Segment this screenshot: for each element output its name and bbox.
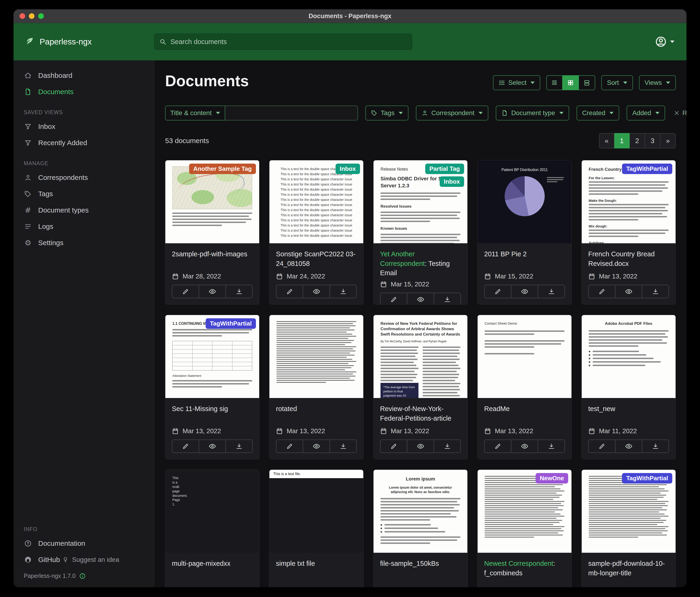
pagination-page-1[interactable]: 1 [614,133,630,148]
document-thumbnail[interactable]: Inbox This is a test for the double spac… [270,160,363,243]
brand[interactable]: Paperless-ngx [24,37,154,47]
document-card[interactable]: Inbox This is a test for the double spac… [269,160,364,305]
info-circle-icon[interactable] [79,573,86,579]
document-thumbnail[interactable] [270,315,363,398]
title-content-dropdown-button[interactable]: Title & content [165,105,225,120]
document-card[interactable]: Review of New York Federal Petitions for… [373,315,468,459]
document-title[interactable]: rotated [276,404,357,414]
edit-document-button[interactable] [380,293,407,305]
sidebar-item-documentation[interactable]: Documentation [14,535,96,552]
sidebar-item-logs[interactable]: Logs [14,218,154,235]
sidebar-item-document-types[interactable]: # Document types [14,202,154,218]
document-title[interactable]: Review-of-New-York-Federal-Petitions-art… [380,404,461,423]
view-document-button[interactable] [199,285,226,298]
download-document-button[interactable] [538,285,565,298]
edit-document-button[interactable] [172,439,199,453]
views-button[interactable]: Views [639,75,676,90]
document-title[interactable]: Yet Another Correspondent: Testing Email [380,249,461,278]
download-document-button[interactable] [330,439,357,453]
document-card[interactable]: TagWithPartial 1.1 CONTINUING MEDICAL ED… [165,315,259,459]
document-card[interactable]: Patient BP Distribution 2011 2011 BP Pie… [477,160,572,305]
document-card[interactable]: Contact Sheet Demo ReadMe Mar 13, 2022 [477,315,572,459]
view-grid-button[interactable] [562,75,579,90]
document-title[interactable]: Newest Correspondent: f_combineds [484,559,565,578]
tag-chip[interactable]: TagWithPartial [206,318,256,329]
sidebar-item-settings[interactable]: ⚙ Settings [14,235,154,251]
document-title[interactable]: 2sample-pdf-with-images [172,249,253,259]
document-card[interactable]: TagWithPartial French Country BreadFor t… [581,160,676,305]
document-thumbnail[interactable]: TagWithPartial [582,470,676,553]
view-document-button[interactable] [303,285,330,298]
view-document-button[interactable] [303,439,330,453]
view-cards-button[interactable] [579,75,595,90]
document-correspondent-link[interactable]: Yet Another Correspondent [380,250,425,267]
document-thumbnail[interactable]: Lorem ipsumLorem ipsum dolor sit amet, c… [374,470,467,553]
close-button[interactable] [20,13,25,19]
document-thumbnail[interactable]: Contact Sheet Demo [478,315,572,398]
document-card[interactable]: NewOne Newest Correspondent: f_combineds [477,470,572,587]
correspondent-filter-button[interactable]: Correspondent [416,105,488,120]
document-card[interactable]: Adobe Acrobat PDF Files test_new Mar 11,… [581,315,676,459]
reset-filters-button[interactable]: Reset filters [673,109,686,117]
tag-chip[interactable]: Partial Tag [425,164,464,174]
title-content-query-input[interactable] [225,105,358,120]
download-document-button[interactable] [434,439,461,453]
view-document-button[interactable] [199,439,226,453]
document-title[interactable]: file-sample_150kBs [380,559,461,568]
download-document-button[interactable] [330,285,357,298]
edit-document-button[interactable] [276,439,303,453]
pagination-page-3[interactable]: 3 [645,133,660,148]
download-document-button[interactable] [642,439,669,453]
document-thumbnail[interactable]: This is a multi page document. Page 1. [165,470,259,553]
tags-filter-button[interactable]: Tags [365,105,408,120]
document-title[interactable]: multi-page-mixedxx [172,559,253,568]
select-button[interactable]: Select [493,75,541,90]
download-document-button[interactable] [642,285,669,298]
minimize-button[interactable] [29,13,34,19]
document-thumbnail[interactable]: TagWithPartial French Country BreadFor t… [582,160,676,243]
document-thumbnail[interactable]: Partial TagInbox Release NotesSimba ODBC… [374,160,467,243]
download-document-button[interactable] [226,439,253,453]
document-title[interactable]: sample-pdf-download-10-mb-longer-title [588,559,669,578]
sidebar-item-documents[interactable]: Documents [14,83,154,100]
document-correspondent-link[interactable]: Newest Correspondent [484,560,553,567]
sidebar-item-dashboard[interactable]: Dashboard [14,67,154,83]
document-thumbnail[interactable]: Adobe Acrobat PDF Files [582,315,676,398]
edit-document-button[interactable] [172,285,199,298]
document-card[interactable]: This is a test file. simple txt file [269,470,364,587]
document-title[interactable]: 2011 BP Pie 2 [484,249,565,259]
document-card[interactable]: TagWithPartial sample-pdf-download-10-mb… [581,470,676,587]
document-title[interactable]: ReadMe [484,404,565,414]
document-card[interactable]: Another Sample Tag 2sample-pdf-with-imag… [165,160,259,305]
zoom-button[interactable] [38,13,44,19]
view-document-button[interactable] [616,439,642,453]
document-thumbnail[interactable]: Patient BP Distribution 2011 [478,160,572,243]
document-title[interactable]: French Country Bread Revised.docx [588,249,669,268]
tag-chip[interactable]: Another Sample Tag [189,164,256,174]
document-type-filter-button[interactable]: Document type [496,105,569,120]
edit-document-button[interactable] [276,285,303,298]
tag-chip[interactable]: TagWithPartial [622,164,672,174]
sidebar-item-recently-added[interactable]: Recently Added [14,135,154,151]
document-card[interactable]: rotated Mar 13, 2022 [269,315,364,459]
document-thumbnail[interactable]: Review of New York Federal Petitions for… [374,315,467,398]
pagination-next-button[interactable]: » [660,133,676,148]
view-document-button[interactable] [511,439,538,453]
download-document-button[interactable] [538,439,565,453]
sidebar-item-correspondents[interactable]: Correspondents [14,169,154,186]
edit-document-button[interactable] [588,285,616,298]
sidebar-item-inbox[interactable]: Inbox [14,118,154,135]
document-card[interactable]: This is a multi page document. Page 1. m… [165,470,259,587]
search-input[interactable] [170,38,407,46]
created-filter-button[interactable]: Created [577,105,620,120]
document-thumbnail[interactable]: NewOne [478,470,572,553]
user-menu-button[interactable] [653,35,676,48]
global-search[interactable] [154,33,412,50]
download-document-button[interactable] [434,293,461,305]
tag-chip[interactable]: NewOne [535,473,568,483]
document-title[interactable]: Sec 11-Missing sig [172,404,253,414]
view-document-button[interactable] [407,439,434,453]
sort-button[interactable]: Sort [601,75,633,90]
edit-document-button[interactable] [588,439,616,453]
document-thumbnail[interactable]: TagWithPartial 1.1 CONTINUING MEDICAL ED… [165,315,259,398]
